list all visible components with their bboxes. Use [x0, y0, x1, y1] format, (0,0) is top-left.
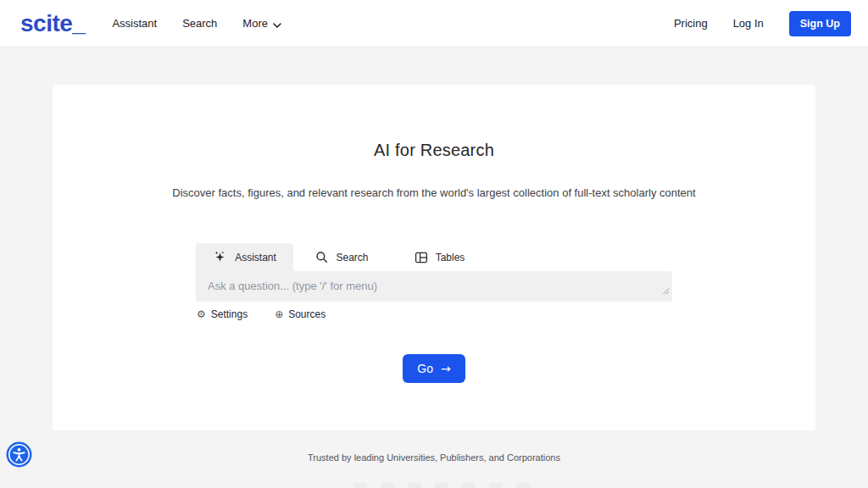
nav-item-pricing[interactable]: Pricing — [674, 17, 708, 30]
trusted-by-text: Trusted by leading Universities, Publish… — [0, 452, 868, 463]
tab-tables[interactable]: Tables — [391, 243, 488, 271]
accessibility-widget-button[interactable] — [6, 441, 32, 468]
arrow-right-icon: → — [441, 363, 451, 374]
partner-logo — [435, 483, 448, 488]
circle-plus-icon: ⊕ — [275, 309, 283, 319]
widget-options-row: ⚙ Settings ⊕ Sources — [196, 308, 672, 320]
sparkles-icon — [213, 250, 227, 264]
question-input-wrap — [196, 271, 672, 302]
sources-label: Sources — [288, 308, 326, 320]
settings-button[interactable]: ⚙ Settings — [197, 308, 248, 320]
widget-tabs: Assistant Search — [196, 243, 672, 271]
page-subtitle: Discover facts, figures, and relevant re… — [53, 186, 815, 199]
accessibility-icon — [6, 441, 32, 468]
settings-label: Settings — [211, 308, 248, 320]
gear-icon: ⚙ — [197, 309, 206, 319]
question-input[interactable] — [196, 271, 672, 302]
nav-item-label: Search — [182, 17, 217, 30]
account-nav: Pricing Log In Sign Up — [674, 11, 851, 36]
partner-logo — [462, 483, 476, 488]
partner-logos-strip — [353, 483, 530, 488]
tab-assistant[interactable]: Assistant — [196, 243, 293, 271]
table-icon — [415, 251, 428, 264]
partner-logo — [381, 483, 394, 488]
top-navigation: scite_ Assistant Search More Pricing Log… — [0, 0, 868, 47]
partner-logo — [516, 483, 530, 488]
hero-card: AI for Research Discover facts, figures,… — [53, 85, 815, 430]
sources-button[interactable]: ⊕ Sources — [275, 308, 326, 320]
nav-item-label: More — [242, 17, 268, 30]
partner-logo — [353, 483, 367, 488]
search-icon — [315, 251, 328, 263]
tab-label: Search — [336, 252, 368, 263]
primary-nav: Assistant Search More — [112, 17, 281, 30]
nav-item-label: Assistant — [112, 17, 157, 30]
partner-logo — [408, 483, 421, 488]
partner-logo — [489, 483, 503, 488]
page-title: AI for Research — [53, 85, 815, 160]
nav-item-assistant[interactable]: Assistant — [112, 17, 157, 30]
signup-button[interactable]: Sign Up — [789, 11, 851, 36]
chevron-down-icon — [273, 18, 281, 30]
nav-item-more[interactable]: More — [242, 17, 281, 30]
go-button[interactable]: Go → — [403, 354, 465, 383]
tab-label: Assistant — [235, 252, 276, 263]
go-row: Go → — [196, 354, 672, 383]
login-link[interactable]: Log In — [733, 17, 764, 30]
search-widget: Assistant Search — [196, 243, 672, 383]
go-label: Go — [417, 362, 433, 375]
scite-logo[interactable]: scite_ — [20, 12, 85, 36]
tab-label: Tables — [436, 252, 465, 263]
nav-item-search[interactable]: Search — [182, 17, 217, 30]
tab-search[interactable]: Search — [293, 243, 391, 271]
